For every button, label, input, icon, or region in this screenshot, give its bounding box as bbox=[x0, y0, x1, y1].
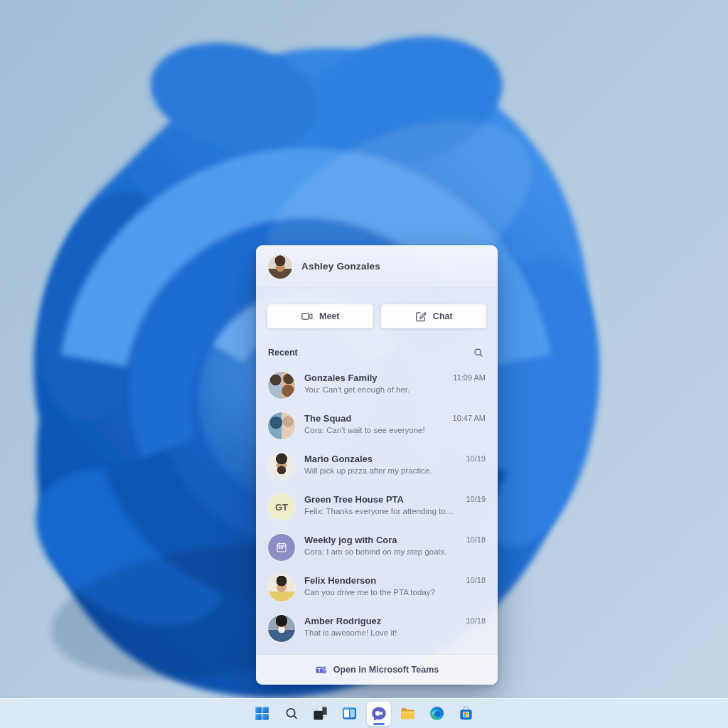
widgets-button[interactable] bbox=[338, 702, 362, 726]
conversation-avatar bbox=[268, 412, 295, 439]
conversation-texts: Felix Henderson Can you drive me to the … bbox=[304, 574, 456, 596]
conversation-texts: Gonzales Family You: Can't get enough of… bbox=[304, 372, 444, 394]
chat-button[interactable]: Chat bbox=[381, 304, 487, 328]
edge-icon bbox=[429, 705, 445, 722]
conversation-row[interactable]: Gonzales Family You: Can't get enough of… bbox=[256, 366, 498, 407]
chat-taskbar-button[interactable] bbox=[367, 702, 391, 726]
search-icon bbox=[284, 706, 299, 722]
conversation-preview: Felix: Thanks everyone for attending tod… bbox=[304, 507, 456, 515]
widgets-icon bbox=[341, 705, 358, 722]
conversation-time: 10:47 AM bbox=[453, 412, 486, 422]
conversation-avatar: GT bbox=[268, 493, 295, 520]
open-in-teams-button[interactable]: Open in Microsoft Teams bbox=[256, 654, 498, 685]
user-name: Ashley Gonzales bbox=[301, 261, 380, 272]
recent-title: Recent bbox=[268, 348, 298, 358]
action-row: Meet Chat bbox=[256, 288, 498, 336]
conversation-name: Felix Henderson bbox=[304, 575, 456, 586]
teams-chat-flyout: Ashley Gonzales Meet Chat Recent Gonzale… bbox=[256, 245, 498, 685]
conversation-texts: Weekly jog with Cora Cora: I am so behin… bbox=[304, 534, 456, 556]
folder-icon bbox=[400, 705, 416, 722]
conversation-texts: Mario Gonzales Will pick up pizza after … bbox=[304, 453, 456, 475]
conversation-preview: Cora: Can't wait to see everyone! bbox=[304, 426, 444, 434]
conversation-time: 10/18 bbox=[466, 615, 486, 625]
conversation-row[interactable]: Mario Gonzales Will pick up pizza after … bbox=[256, 447, 498, 488]
conversation-preview: Can you drive me to the PTA today? bbox=[304, 588, 456, 596]
user-avatar[interactable] bbox=[268, 255, 292, 279]
teams-chat-icon bbox=[370, 705, 387, 722]
conversation-preview: That is awesome! Love it! bbox=[304, 628, 456, 637]
conversation-avatar bbox=[268, 453, 295, 480]
teams-icon bbox=[315, 664, 327, 676]
calendar-avatar-icon bbox=[268, 534, 295, 561]
start-button[interactable] bbox=[250, 702, 274, 726]
conversation-avatar bbox=[268, 615, 295, 642]
conversation-time: 10/19 bbox=[466, 493, 486, 503]
conversation-name: The Squad bbox=[304, 413, 444, 424]
search-button[interactable] bbox=[471, 346, 486, 360]
conversation-row[interactable]: The Squad Cora: Can't wait to see everyo… bbox=[256, 407, 498, 447]
conversation-preview: You: Can't get enough of her. bbox=[304, 385, 444, 394]
conversation-row[interactable]: Felix Henderson Can you drive me to the … bbox=[256, 569, 498, 609]
conversation-name: Green Tree House PTA bbox=[304, 494, 456, 505]
conversation-texts: Green Tree House PTA Felix: Thanks every… bbox=[304, 493, 456, 515]
conversation-avatar bbox=[268, 372, 295, 399]
conversation-texts: The Squad Cora: Can't wait to see everyo… bbox=[304, 412, 444, 434]
microsoft-store-button[interactable] bbox=[454, 702, 478, 726]
file-explorer-button[interactable] bbox=[396, 702, 420, 726]
conversation-name: Gonzales Family bbox=[304, 373, 444, 383]
task-view-button[interactable] bbox=[309, 702, 333, 726]
flyout-header: Ashley Gonzales bbox=[256, 245, 498, 288]
conversation-row[interactable]: Amber Rodriguez That is awesome! Love it… bbox=[256, 609, 498, 650]
conversation-texts: Amber Rodriguez That is awesome! Love it… bbox=[304, 615, 456, 637]
conversation-time: 10/18 bbox=[466, 574, 486, 584]
conversation-avatar bbox=[268, 574, 295, 601]
conversation-preview: Will pick up pizza after my practice. bbox=[304, 466, 456, 475]
conversation-time: 10/19 bbox=[466, 453, 486, 463]
search-icon bbox=[473, 347, 484, 358]
conversation-row[interactable]: GT Green Tree House PTA Felix: Thanks ev… bbox=[256, 488, 498, 528]
open-in-teams-label: Open in Microsoft Teams bbox=[333, 665, 439, 675]
taskbar bbox=[0, 698, 728, 728]
microsoft-store-icon bbox=[458, 705, 474, 722]
conversation-time: 11:09 AM bbox=[453, 372, 486, 382]
conversation-preview: Cora: I am so behind on my step goals. bbox=[304, 547, 456, 556]
task-view-icon bbox=[312, 705, 328, 722]
meet-button[interactable]: Meet bbox=[267, 304, 373, 328]
search-taskbar-button[interactable] bbox=[279, 702, 304, 726]
conversation-row[interactable]: Weekly jog with Cora Cora: I am so behin… bbox=[256, 528, 498, 569]
recent-row: Recent bbox=[256, 336, 498, 365]
video-camera-icon bbox=[301, 310, 314, 323]
conversation-name: Mario Gonzales bbox=[304, 454, 456, 464]
windows-start-icon bbox=[254, 705, 270, 722]
chat-button-label: Chat bbox=[433, 311, 453, 321]
conversation-time: 10/18 bbox=[466, 534, 486, 544]
conversation-name: Weekly jog with Cora bbox=[304, 535, 456, 545]
meet-button-label: Meet bbox=[319, 311, 339, 321]
conversation-list: Gonzales Family You: Can't get enough of… bbox=[256, 365, 498, 654]
compose-icon bbox=[414, 310, 427, 323]
conversation-name: Amber Rodriguez bbox=[304, 616, 456, 626]
edge-button[interactable] bbox=[425, 702, 449, 726]
